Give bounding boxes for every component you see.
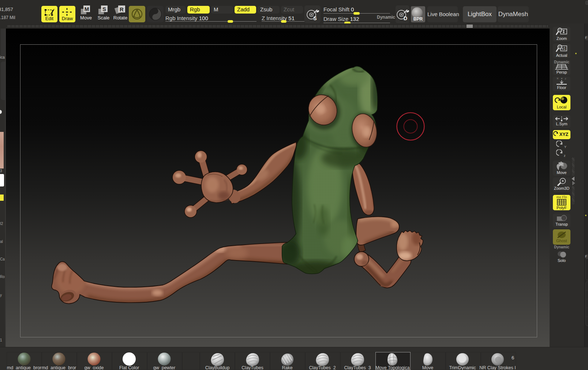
svg-text:Move: Move	[422, 365, 434, 370]
svg-text:R: R	[120, 6, 124, 12]
svg-text:Move Topologica: Move Topologica	[375, 365, 410, 370]
svg-text:S: S	[313, 15, 317, 21]
svg-text:Y: Y	[564, 145, 566, 149]
svg-text:ClayTubes: ClayTubes	[241, 365, 263, 370]
svg-text:ClayTubes_3: ClayTubes_3	[344, 365, 371, 370]
svg-text:BPR: BPR	[413, 16, 423, 22]
svg-text:Rake: Rake	[282, 365, 292, 370]
svg-text:M: M	[85, 6, 89, 12]
svg-text:ClayTubes_2: ClayTubes_2	[309, 365, 336, 370]
svg-text:NR Clay Strokes I: NR Clay Strokes I	[479, 365, 516, 370]
svg-text:6: 6	[512, 355, 514, 360]
svg-text:z: z	[564, 154, 566, 158]
svg-text:XYZ: XYZ	[559, 132, 569, 137]
svg-text:Flat Color: Flat Color	[119, 365, 139, 370]
svg-text:md_antique_bror: md_antique_bror	[7, 365, 42, 370]
svg-text:D: D	[404, 15, 407, 21]
svg-text:x1: x1	[562, 47, 566, 51]
svg-text:ClayBuildup: ClayBuildup	[205, 365, 230, 370]
svg-text:TrimDynamic: TrimDynamic	[449, 365, 476, 370]
svg-text:md_antique_bror: md_antique_bror	[42, 365, 76, 370]
svg-text:gw_oxide: gw_oxide	[85, 365, 104, 370]
svg-text:gw_pewter: gw_pewter	[153, 365, 175, 370]
svg-text:S: S	[102, 6, 106, 12]
